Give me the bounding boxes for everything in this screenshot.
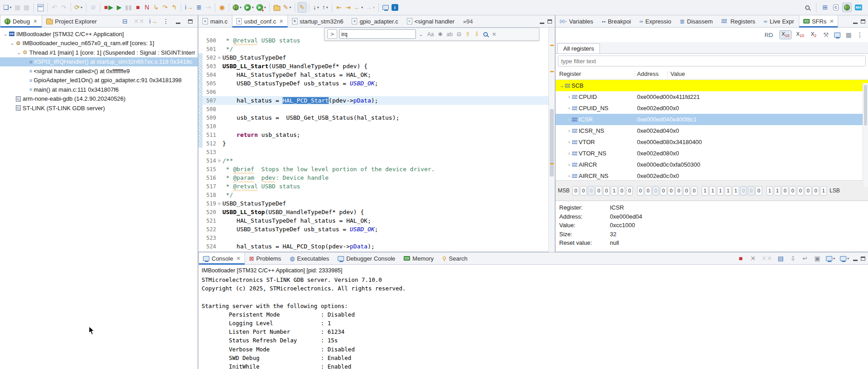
row-chevron-icon[interactable]: ⌄	[559, 83, 565, 88]
code-line[interactable]: 505 USBD_StatusTypeDef usb_status = USBD…	[198, 79, 548, 88]
step-over-button[interactable]: ↷	[160, 3, 170, 12]
debug-tree-item[interactable]: ≡XSPI3_IRQHandler() at startup_stm32n657…	[0, 57, 198, 67]
view-tab-disassem[interactable]: ≣Disassem	[676, 15, 717, 27]
code-line[interactable]: 513	[198, 148, 548, 156]
debug-tree-item[interactable]: >_arm-none-eabi-gdb (14.2.90.20240526)	[0, 94, 198, 104]
tree-chevron-icon[interactable]: ⌄	[9, 41, 15, 46]
save-button[interactable]: ▦	[13, 3, 22, 12]
code-line[interactable]: 510	[198, 122, 548, 131]
row-chevron-icon[interactable]: ›	[566, 94, 572, 99]
redo-button[interactable]: ↷	[59, 3, 68, 12]
bit-cell[interactable]: 0	[572, 186, 579, 196]
save-sfr-button[interactable]: ▦	[844, 30, 853, 40]
annotation-mark[interactable]	[550, 163, 554, 164]
console-tab-console[interactable]: Console✕	[198, 252, 245, 264]
editor-tab-usbd-conf-c[interactable]: cusbd_conf.c✕	[232, 15, 288, 27]
maximize-icon[interactable]	[861, 257, 865, 261]
console-tab-memory[interactable]: Memory	[400, 252, 438, 264]
bit-cell[interactable]: 0	[595, 186, 602, 196]
minimize-icon[interactable]	[540, 23, 544, 24]
close-tab-icon[interactable]: ✕	[830, 19, 834, 24]
tree-chevron-icon[interactable]: ⌄	[16, 50, 22, 55]
next-edit-location-button[interactable]: ⇥	[344, 3, 353, 12]
bit-cell[interactable]: 0	[652, 186, 659, 196]
bit-cell[interactable]: 0	[588, 186, 594, 196]
bit-cell[interactable]: 0	[797, 186, 804, 196]
bit-cell[interactable]: 1	[709, 186, 716, 196]
row-chevron-icon[interactable]: ›	[566, 151, 572, 156]
register-row[interactable]: ⌄10100101SCB	[556, 80, 868, 91]
code-line[interactable]: 521 HAL_StatusTypeDef hal_status = HAL_O…	[198, 216, 548, 225]
last-edit-location-button[interactable]: ⇤	[335, 3, 344, 12]
code-line[interactable]: 518 */	[198, 191, 548, 199]
configure-button[interactable]: ⚒	[821, 30, 830, 40]
pin-editor-button[interactable]	[381, 4, 390, 11]
run-to-line-button[interactable]: i→	[184, 3, 194, 12]
close-find-button[interactable]: ✕	[491, 31, 497, 37]
bit-cell[interactable]: 0	[748, 186, 755, 196]
external-tools-button[interactable]: ▶▾	[255, 3, 267, 12]
register-row[interactable]: ›10100101ICSR_NS0xe002ed040x0	[556, 125, 868, 136]
export-button[interactable]	[833, 31, 842, 39]
back-button[interactable]: ←▾	[353, 3, 364, 12]
bit-cell[interactable]: 0	[618, 186, 625, 196]
bit-cell[interactable]: 0	[782, 186, 788, 196]
refresh-launch-button[interactable]: ⟳▾	[73, 3, 84, 12]
bit-cell[interactable]: 1	[774, 186, 781, 196]
bit-cell[interactable]: 0	[740, 186, 747, 196]
remove-all-launches-button[interactable]: ✕✕	[761, 255, 773, 262]
debug-view-tab-project-explorer[interactable]: Project Explorer	[42, 15, 101, 27]
open-console-button[interactable]: ▾	[839, 256, 850, 262]
debug-tree-item[interactable]: ⌄⚙Thread #1 [main] 1 [core: 1] (Suspende…	[0, 48, 198, 57]
code-line[interactable]: 511 return usb_status;	[198, 131, 548, 139]
prev-annotation-button[interactable]: ↑▾	[321, 3, 330, 12]
bit-cell[interactable]: 0	[660, 186, 667, 196]
dropdown-arrow-icon[interactable]: ▾	[373, 5, 375, 9]
dropdown-arrow-icon[interactable]: ▾	[264, 5, 266, 9]
bit-cell[interactable]: 0	[668, 186, 675, 196]
register-row[interactable]: ›10100101CPUID0xe000ed000x411fd221	[556, 91, 868, 103]
code-line[interactable]: 522 USBD_StatusTypeDef usb_status = USBD…	[198, 225, 548, 234]
debug-tree-item[interactable]: ⌄⚙IMBootloader_nucleo_n657x0_q_ram.elf […	[0, 39, 198, 48]
console-tab-debugger-console[interactable]: Debugger Console	[334, 252, 400, 264]
split-search-button[interactable]: ⊟	[456, 31, 462, 37]
bit-cell[interactable]: 0	[683, 186, 690, 196]
close-tab-icon[interactable]: ✕	[33, 19, 37, 24]
dropdown-arrow-icon[interactable]: ▾	[833, 257, 835, 261]
terminate-button[interactable]: ■	[133, 3, 142, 12]
bit-cell[interactable]: 1	[717, 186, 724, 196]
debug-tree-item[interactable]: >_ST-LINK (ST-LINK GDB server)	[0, 103, 198, 113]
find-input[interactable]	[339, 29, 416, 39]
register-scrollbar[interactable]	[863, 83, 868, 187]
dropdown-arrow-icon[interactable]: ▾	[252, 5, 254, 9]
undo-button[interactable]: ↶	[50, 3, 59, 12]
editor-body[interactable]: 500 * @retval USBD status501 */502⊖USBD_…	[198, 28, 555, 252]
console-tab-search[interactable]: ⚲Search	[438, 252, 472, 264]
search-button[interactable]	[803, 4, 812, 11]
code-line[interactable]: 520USBD_LL_Stop(USBD_HandleTypeDef* pdev…	[198, 208, 548, 216]
regex-toggle[interactable]: ✱	[437, 31, 443, 37]
minimize-button[interactable]	[174, 19, 183, 24]
remove-launch-button[interactable]: ✕	[749, 255, 758, 262]
remove-all-terminated-button[interactable]: ✕✕	[132, 18, 145, 25]
instruction-stepping-button[interactable]: ≣	[194, 3, 203, 12]
view-tab-variables[interactable]: (x)=Variables	[556, 15, 598, 27]
import-button[interactable]	[272, 3, 282, 12]
row-chevron-icon[interactable]: ›	[566, 117, 572, 122]
console-tab-executables[interactable]: ◍Executables	[286, 252, 334, 264]
fold-marker-icon[interactable]: ⊖	[216, 55, 222, 60]
whole-word-toggle[interactable]: ab	[446, 31, 453, 37]
register-row[interactable]: ›10100101AIRCR0xe000ed0c0xfa050300	[556, 159, 868, 170]
clear-console-button[interactable]: ▤	[776, 255, 785, 262]
code-line[interactable]: 524 hal_status = HAL_PCD_Stop(pdev->pDat…	[198, 242, 548, 251]
terminate-console-button[interactable]: ■	[736, 255, 745, 262]
bit-cell[interactable]: 1	[611, 186, 618, 196]
row-chevron-icon[interactable]: ›	[566, 106, 572, 111]
dec-radix-button[interactable]: X10	[794, 30, 806, 39]
code-line[interactable]: 517 * @retval USBD status	[198, 182, 548, 191]
column-register[interactable]: Register	[556, 70, 635, 77]
find-history-button[interactable]: ⌄	[418, 31, 424, 37]
debug-tree-item[interactable]: ≡<signal handler called>() at 0xfffffffe…	[0, 66, 198, 76]
editor-vertical-scrollbar[interactable]	[548, 28, 555, 252]
bit-cell[interactable]: 0	[691, 186, 698, 196]
